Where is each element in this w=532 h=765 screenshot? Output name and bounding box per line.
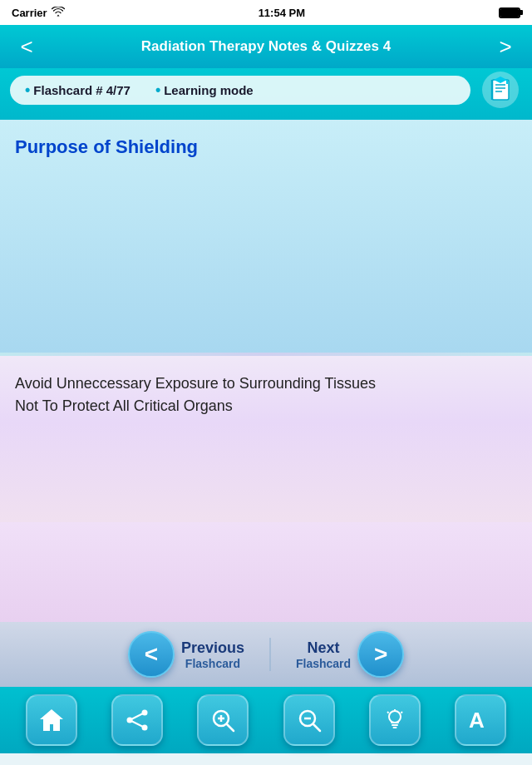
battery-icon (499, 7, 520, 18)
svg-point-20 (389, 711, 401, 723)
previous-flashcard-button[interactable]: < Previous Flashcard (111, 626, 261, 683)
flashcard-info-bar: • Flashcard # 4/77 • Learning mode (10, 76, 470, 105)
previous-button-label: Previous Flashcard (181, 639, 244, 670)
svg-text:A: A (469, 708, 485, 733)
svg-line-11 (130, 713, 145, 720)
next-arrow-icon: > (357, 631, 404, 678)
flashcard-header: • Flashcard # 4/77 • Learning mode (0, 68, 532, 120)
zoom-out-icon (295, 706, 323, 734)
next-label-line1: Next (308, 639, 340, 657)
svg-line-23 (401, 712, 402, 713)
next-flashcard-button[interactable]: Next Flashcard > (279, 626, 421, 683)
status-bar: Carrier 11:54 PM (0, 0, 532, 25)
answer-text: Avoid Unneccessary Exposure to Surroundi… (15, 373, 517, 417)
previous-label-line2: Flashcard (185, 657, 240, 670)
carrier-text: Carrier (12, 7, 47, 19)
learning-mode-label: Learning mode (164, 83, 254, 97)
learning-mode-indicator[interactable]: • Learning mode (155, 81, 254, 99)
zoom-out-button[interactable] (283, 694, 335, 746)
font-icon: A (466, 706, 495, 734)
book-icon (480, 70, 520, 110)
home-icon (37, 706, 66, 734)
share-button[interactable] (111, 694, 163, 746)
svg-line-22 (387, 712, 389, 713)
nav-buttons-bar: < Previous Flashcard Next Flashcard > (0, 622, 532, 687)
zoom-in-button[interactable] (197, 694, 249, 746)
bottom-toolbar: A (0, 687, 532, 753)
flashcard-counter: • Flashcard # 4/77 (25, 81, 131, 99)
forward-button[interactable]: > (492, 34, 519, 60)
bookmark-icon (381, 706, 409, 734)
spacer-area (0, 522, 532, 622)
answer-card: Avoid Unneccessary Exposure to Surroundi… (0, 356, 532, 522)
svg-line-19 (313, 724, 320, 731)
question-title: Purpose of Shielding (15, 136, 517, 158)
back-button[interactable]: < (13, 34, 40, 60)
next-button-label: Next Flashcard (296, 639, 351, 670)
button-separator (269, 638, 271, 671)
nav-bar: < Radiation Therapy Notes & Quizzes 4 > (0, 25, 532, 68)
home-button[interactable] (26, 694, 77, 746)
book-icon-container[interactable] (479, 68, 522, 111)
font-button[interactable]: A (455, 694, 506, 746)
flashcard-number: 4/77 (106, 83, 131, 97)
flashcard-dot: • (25, 81, 30, 99)
bookmark-button[interactable] (369, 694, 421, 746)
previous-label-line1: Previous (181, 639, 244, 657)
share-icon (123, 706, 151, 734)
status-time: 11:54 PM (259, 7, 305, 19)
prev-arrow-icon: < (128, 631, 175, 678)
svg-line-12 (130, 720, 145, 728)
next-label-line2: Flashcard (296, 657, 351, 670)
wifi-icon (52, 7, 65, 19)
question-card: Purpose of Shielding (0, 120, 532, 353)
learning-mode-dot: • (155, 81, 160, 99)
svg-line-16 (227, 724, 234, 731)
flashcard-label: Flashcard # (33, 83, 102, 97)
zoom-in-icon (209, 706, 237, 734)
nav-title: Radiation Therapy Notes & Quizzes 4 (40, 38, 492, 55)
